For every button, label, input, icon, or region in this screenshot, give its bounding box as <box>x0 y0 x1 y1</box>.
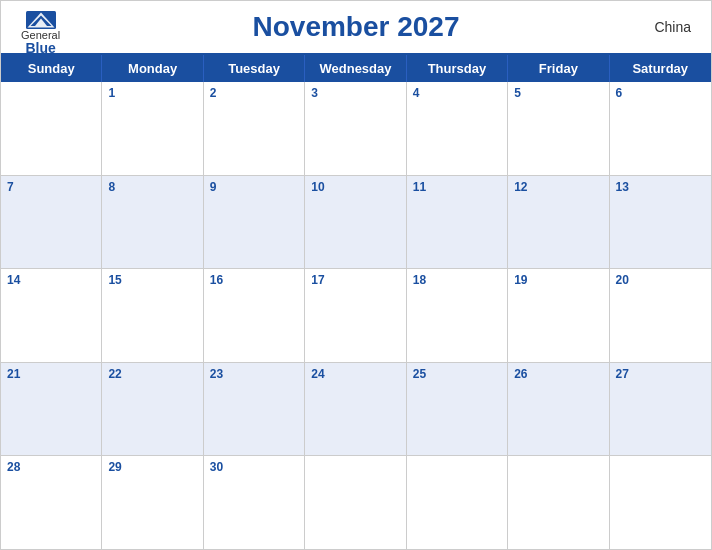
day-cell: 28 <box>1 456 102 549</box>
day-cell: 5 <box>508 82 609 175</box>
day-cell: 22 <box>102 363 203 456</box>
day-cell <box>305 456 406 549</box>
week-row-2: 7 8 9 10 11 12 13 <box>1 176 711 270</box>
calendar-header: General Blue November 2027 China <box>1 1 711 53</box>
day-cell: 23 <box>204 363 305 456</box>
day-cell: 13 <box>610 176 711 269</box>
day-cell: 6 <box>610 82 711 175</box>
week-row-5: 28 29 30 <box>1 456 711 549</box>
day-cell: 30 <box>204 456 305 549</box>
day-cell: 2 <box>204 82 305 175</box>
day-cell: 16 <box>204 269 305 362</box>
day-cell: 27 <box>610 363 711 456</box>
day-header-sunday: Sunday <box>1 55 102 82</box>
day-cell: 3 <box>305 82 406 175</box>
day-header-saturday: Saturday <box>610 55 711 82</box>
day-cell: 29 <box>102 456 203 549</box>
weeks-container: 1 2 3 4 5 6 7 8 9 10 11 12 13 14 15 16 <box>1 82 711 549</box>
day-cell: 21 <box>1 363 102 456</box>
day-header-friday: Friday <box>508 55 609 82</box>
week-row-4: 21 22 23 24 25 26 27 <box>1 363 711 457</box>
day-cell: 8 <box>102 176 203 269</box>
month-title: November 2027 <box>252 11 459 43</box>
day-cell <box>508 456 609 549</box>
calendar-grid: Sunday Monday Tuesday Wednesday Thursday… <box>1 53 711 549</box>
day-cell: 9 <box>204 176 305 269</box>
day-cell <box>610 456 711 549</box>
week-row-3: 14 15 16 17 18 19 20 <box>1 269 711 363</box>
day-cell: 15 <box>102 269 203 362</box>
day-cell: 14 <box>1 269 102 362</box>
day-headers-row: Sunday Monday Tuesday Wednesday Thursday… <box>1 55 711 82</box>
day-cell: 7 <box>1 176 102 269</box>
week-row-1: 1 2 3 4 5 6 <box>1 82 711 176</box>
day-cell: 17 <box>305 269 406 362</box>
day-cell: 19 <box>508 269 609 362</box>
day-cell: 24 <box>305 363 406 456</box>
calendar: General Blue November 2027 China Sunday … <box>0 0 712 550</box>
day-cell: 1 <box>102 82 203 175</box>
logo-blue-text: Blue <box>25 41 55 55</box>
day-header-thursday: Thursday <box>407 55 508 82</box>
country-label: China <box>654 19 691 35</box>
day-cell: 26 <box>508 363 609 456</box>
day-cell: 18 <box>407 269 508 362</box>
day-cell: 10 <box>305 176 406 269</box>
logo: General Blue <box>21 11 60 55</box>
day-cell: 25 <box>407 363 508 456</box>
day-cell: 20 <box>610 269 711 362</box>
day-header-monday: Monday <box>102 55 203 82</box>
day-header-wednesday: Wednesday <box>305 55 406 82</box>
day-cell: 4 <box>407 82 508 175</box>
logo-icon <box>26 11 56 29</box>
day-cell: 11 <box>407 176 508 269</box>
day-cell: 12 <box>508 176 609 269</box>
day-cell <box>1 82 102 175</box>
day-header-tuesday: Tuesday <box>204 55 305 82</box>
day-cell <box>407 456 508 549</box>
